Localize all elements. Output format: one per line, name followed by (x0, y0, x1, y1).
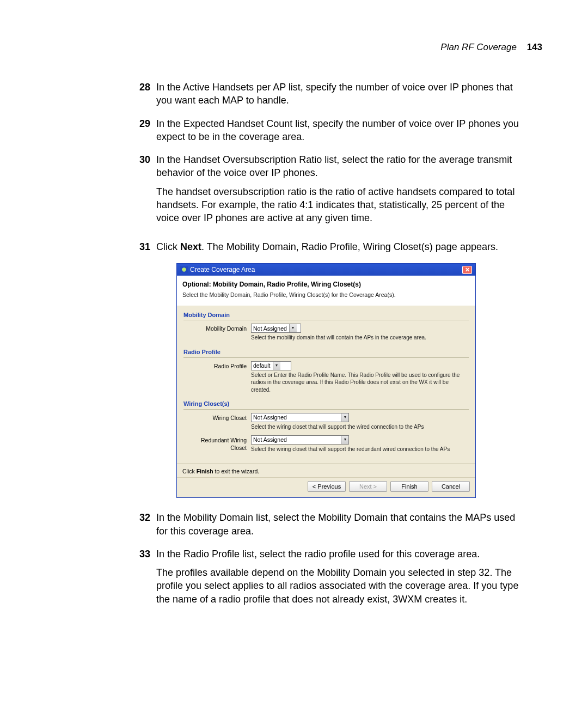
close-icon[interactable]: ✕ (462, 266, 472, 274)
wiring-closets-legend: Wiring Closet(s) (183, 400, 232, 408)
mobility-domain-combo[interactable]: Not Assigned ▾ (251, 324, 301, 333)
cancel-button[interactable]: Cancel (432, 481, 470, 492)
wiring-closets-fieldset: Wiring Closet(s) Wiring Closet Not Assig… (183, 400, 469, 453)
dialog-heading: Optional: Mobility Domain, Radio Profile… (182, 280, 470, 289)
section-title: Plan RF Coverage (440, 42, 517, 52)
mobility-domain-fieldset: Mobility Domain Mobility Domain Not Assi… (183, 311, 469, 342)
redundant-wiring-closet-combo[interactable]: Not Assigned ▾ (251, 435, 349, 445)
step-text-post: . The Mobility Domain, Radio Profile, Wi… (201, 241, 498, 252)
radio-profile-value: default (253, 362, 273, 369)
step-30: 30 In the Handset Oversubscription Ratio… (152, 153, 541, 230)
footnote-post: to exit the wizard. (213, 468, 260, 474)
dialog-titlebar[interactable]: Create Coverage Area ✕ (177, 264, 475, 276)
step-33: 33 In the Radio Profile list, select the… (152, 547, 541, 611)
wiring-closet-value: Not Assigned (253, 413, 289, 421)
step-text: In the Expected Handset Count list, spec… (156, 117, 526, 144)
create-coverage-area-dialog: Create Coverage Area ✕ Optional: Mobilit… (176, 263, 476, 498)
step-text: In the Radio Profile list, select the ra… (156, 549, 480, 559)
page-content: 28 In the Active Handsets per AP list, s… (152, 81, 541, 621)
chevron-down-icon: ▾ (341, 436, 348, 444)
mobility-domain-value: Not Assigned (253, 325, 289, 332)
dialog-icon (180, 266, 188, 273)
next-button[interactable]: Next > (349, 481, 387, 492)
wiring-closet-combo[interactable]: Not Assigned ▾ (251, 413, 349, 422)
step-text-bold: Next (180, 241, 201, 252)
radio-profile-fieldset: Radio Profile Radio Profile default ▾ Se… (183, 348, 469, 393)
page-number: 143 (527, 42, 542, 52)
wiring-closet-label: Wiring Closet (183, 413, 251, 422)
step-text: In the Active Handsets per AP list, spec… (156, 81, 526, 107)
step-text: In the Mobility Domain list, select the … (156, 511, 526, 538)
step-number: 30 (134, 153, 150, 166)
footnote-pre: Click (182, 468, 197, 474)
dialog-title: Create Coverage Area (190, 265, 255, 274)
step-number: 31 (134, 240, 150, 253)
radio-profile-legend: Radio Profile (183, 348, 224, 356)
redundant-wiring-closet-label: Redundant Wiring Closet (183, 435, 251, 452)
footnote-bold: Finish (197, 468, 213, 474)
chevron-down-icon: ▾ (341, 413, 348, 422)
step-32: 32 In the Mobility Domain list, select t… (152, 511, 541, 538)
previous-button[interactable]: < Previous (308, 481, 346, 492)
step-number: 32 (134, 511, 150, 524)
step-text-pre: Click (156, 241, 180, 252)
redundant-wiring-closet-hint: Select the wiring closet that will suppo… (251, 446, 469, 453)
dialog-header: Optional: Mobility Domain, Radio Profile… (177, 276, 475, 305)
step-number: 33 (134, 547, 150, 561)
step-31: 31 Click Next. The Mobility Domain, Radi… (152, 240, 541, 253)
step-number: 28 (134, 81, 150, 94)
page-header: Plan RF Coverage 143 (440, 41, 542, 54)
chevron-down-icon: ▾ (289, 324, 297, 332)
finish-button[interactable]: Finish (390, 481, 428, 492)
step-extra: The handset oversubscription ratio is th… (156, 185, 526, 225)
step-number: 29 (134, 117, 150, 130)
wiring-closet-hint: Select the wiring closet that will suppo… (251, 423, 469, 431)
chevron-down-icon: ▾ (273, 362, 280, 370)
mobility-domain-label: Mobility Domain (183, 324, 251, 332)
step-text: In the Handset Oversubscription Ratio li… (156, 154, 512, 178)
mobility-domain-legend: Mobility Domain (183, 311, 233, 319)
redundant-wiring-closet-value: Not Assigned (253, 436, 289, 443)
dialog-footnote: Click Finish to exit the wizard. (177, 464, 475, 477)
radio-profile-label: Radio Profile (183, 361, 251, 370)
step-28: 28 In the Active Handsets per AP list, s… (152, 81, 541, 107)
radio-profile-combo[interactable]: default ▾ (251, 361, 291, 370)
dialog-button-row: < Previous Next > Finish Cancel (177, 477, 475, 497)
dialog-form: Mobility Domain Mobility Domain Not Assi… (177, 306, 475, 464)
step-extra: The profiles available depend on the Mob… (156, 566, 526, 606)
radio-profile-hint: Select or Enter the Radio Profile Name. … (251, 372, 469, 394)
step-29: 29 In the Expected Handset Count list, s… (152, 117, 541, 144)
mobility-domain-hint: Select the mobility domain that will con… (251, 334, 469, 342)
dialog-subheading: Select the Mobility Domain, Radio Profil… (182, 291, 470, 299)
